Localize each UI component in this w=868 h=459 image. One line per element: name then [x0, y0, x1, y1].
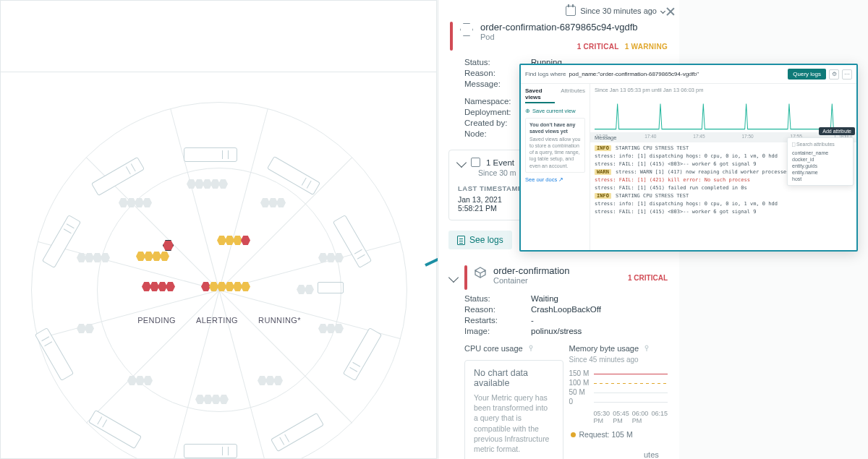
- divider: [1, 72, 436, 72]
- running-cluster[interactable]: [297, 286, 313, 296]
- query-label: Find logs where: [525, 71, 566, 77]
- pod-kind: Pod: [480, 33, 668, 41]
- logs-sparkline: 17:3517:4017:4517:5017:5518:00: [595, 95, 852, 131]
- container-cube-icon: [475, 267, 486, 278]
- svg-point-0: [529, 346, 532, 348]
- cpu-usage-chart: CPU core usage No chart data available Y…: [464, 344, 563, 459]
- gear-icon[interactable]: ⚙: [829, 69, 839, 80]
- see-docs-link[interactable]: See our docs ↗: [525, 176, 585, 183]
- attribute-popup[interactable]: ⎕ Search attributes container_name docke…: [787, 137, 854, 186]
- mem-legend: Request: 105 M: [571, 430, 668, 439]
- radial-legend: PENDING ALERTING RUNNING*: [137, 316, 301, 325]
- document-icon: [457, 236, 465, 245]
- pod-group[interactable]: [319, 254, 343, 264]
- log-line[interactable]: INFO STARTING CPU STRESS TEST: [595, 192, 854, 200]
- pin-icon[interactable]: [527, 345, 535, 352]
- container-name: order-confirmation: [493, 265, 570, 276]
- see-logs-label: See logs: [469, 235, 503, 245]
- chevron-down-icon: [456, 157, 467, 167]
- pod-group[interactable]: [258, 377, 282, 387]
- pod-group[interactable]: [77, 325, 93, 335]
- pod-group[interactable]: [196, 395, 228, 406]
- query-logs-button[interactable]: Query logs: [788, 69, 826, 80]
- chevron-down-icon[interactable]: [448, 273, 459, 283]
- pin-icon[interactable]: [643, 345, 650, 352]
- attr-item[interactable]: container_name: [792, 150, 848, 156]
- tab-saved-views[interactable]: Saved views: [525, 87, 555, 103]
- calendar-icon: [471, 158, 480, 167]
- svg-point-1: [645, 346, 648, 348]
- pod-hex-icon: [460, 23, 473, 36]
- severity-bar: [450, 22, 453, 51]
- save-current-view[interactable]: ⊕Save current view: [525, 108, 585, 114]
- critical-badge: 1 CRITICAL: [577, 43, 619, 51]
- cluster-radial-panel: PENDING ALERTING RUNNING*: [0, 0, 437, 459]
- no-chart-data: No chart data available Your Metric quer…: [464, 360, 563, 459]
- more-icon[interactable]: ⋯: [842, 69, 852, 80]
- see-logs-button[interactable]: See logs: [448, 231, 512, 249]
- pod-group-alerting[interactable]: [218, 236, 250, 246]
- pod-header: order-confirmation-6879865c94-vgdfb Pod …: [438, 0, 679, 53]
- container-section: order-confirmation Container 1 CRITICAL …: [438, 265, 679, 459]
- warning-badge: 1 WARNING: [625, 43, 668, 51]
- pod-group-alerting[interactable]: [137, 252, 169, 262]
- logs-overlay-window: Find logs where pod_name:"order-confirma…: [519, 64, 858, 252]
- pod-group[interactable]: [187, 180, 227, 190]
- node-icon[interactable]: [184, 147, 237, 162]
- pod-group[interactable]: [77, 254, 109, 264]
- attr-search[interactable]: ⎕ Search attributes: [792, 141, 848, 147]
- logs-sidebar: Saved views Attributes ⊕Save current vie…: [521, 84, 590, 250]
- selected-pod-hex[interactable]: [163, 241, 173, 252]
- severity-bar: [464, 265, 467, 290]
- attr-item[interactable]: host: [792, 176, 848, 182]
- logs-query-bar: Find logs where pod_name:"order-confirma…: [521, 65, 856, 84]
- tab-attributes[interactable]: Attributes: [561, 87, 585, 103]
- mem-time-range: Since 45 minutes ago: [569, 356, 668, 364]
- attr-item[interactable]: entity.name: [792, 169, 848, 176]
- attr-item[interactable]: docker_id: [792, 156, 848, 163]
- log-line[interactable]: stress: info: [1] dispatching hogs: 0 cp…: [595, 200, 854, 207]
- memory-usage-chart: Memory byte usage Since 45 minutes ago 1…: [569, 344, 668, 459]
- saved-views-empty: You don't have any saved views yet Saved…: [525, 118, 585, 173]
- query-input[interactable]: pod_name:"order-confirmation-6879865c94-…: [569, 71, 785, 77]
- truncated-text: utes: [644, 450, 659, 459]
- attr-item[interactable]: entity.guids: [792, 163, 848, 169]
- pod-group[interactable]: [128, 377, 152, 387]
- node-icon[interactable]: [184, 444, 237, 458]
- pod-group[interactable]: [119, 199, 151, 209]
- pod-name: order-confirmation-6879865c94-vgdfb: [480, 22, 668, 33]
- logs-time-range: Since Jan 13 05:33 pm until Jan 13 06:03…: [590, 84, 856, 93]
- alerting-cluster[interactable]: [202, 283, 254, 291]
- running-label: RUNNING*: [258, 316, 301, 325]
- alerting-label: ALERTING: [196, 316, 238, 325]
- pod-group[interactable]: [261, 199, 285, 209]
- pod-group[interactable]: [319, 325, 343, 335]
- log-line[interactable]: stress: FAIL: [1] (415) <803>-- worker 6…: [595, 207, 854, 215]
- pending-label: PENDING: [137, 316, 176, 325]
- container-kind: Container: [493, 276, 570, 285]
- container-critical-badge: 1 CRITICAL: [628, 274, 668, 282]
- pending-cluster[interactable]: [142, 283, 174, 291]
- add-attribute-button[interactable]: Add attribute: [819, 127, 855, 135]
- events-title: 1 Event: [486, 158, 514, 167]
- running-node-icon: [318, 282, 344, 293]
